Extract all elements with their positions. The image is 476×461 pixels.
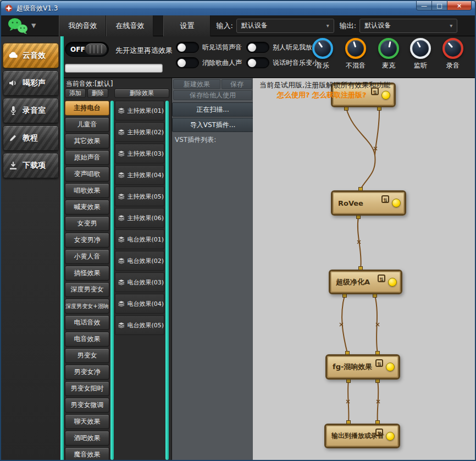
preset-item[interactable]: 主持效果(01) [115, 101, 164, 120]
preset-item[interactable]: 电台效果(02) [115, 251, 164, 271]
add-button[interactable]: 添加 [65, 89, 86, 98]
app-window: 超级音效V1.3 — □ × ▼ 我的音效 在线音效 设置 输入: 默认设备 ▾ [0, 0, 476, 461]
preset-item[interactable]: 主持效果(04) [115, 165, 164, 185]
sidebar-item-cheers[interactable]: 喝彩声 [3, 70, 59, 96]
category-item[interactable]: 魔音效果 [65, 447, 109, 460]
preset-item[interactable]: 电台效果(04) [115, 294, 164, 314]
category-item[interactable]: 喊麦效果 [65, 200, 109, 215]
swap-arrows-icon[interactable]: ⇅ [375, 429, 383, 436]
toggle-remove-vocals-switch[interactable] [176, 57, 199, 68]
effect-node-rovee[interactable]: RoVee ⇅ [331, 190, 406, 216]
node-power-led[interactable] [386, 432, 395, 441]
scanning-status-button[interactable]: 正在扫描... [172, 102, 253, 117]
category-item[interactable]: 酒吧效果 [65, 431, 109, 446]
category-item[interactable]: 女变男 [65, 216, 109, 231]
tab-my-effects[interactable]: 我的音效 [59, 15, 106, 36]
save-for-others-button[interactable]: 保存给他人使用 [173, 90, 252, 100]
minimize-button[interactable]: — [416, 1, 432, 10]
wechat-button[interactable]: ▼ [7, 17, 36, 35]
master-power-switch[interactable]: OFF [65, 42, 109, 57]
no-mix-knob-group: 不混音 [342, 38, 369, 70]
swap-arrows-icon[interactable]: ⇅ [381, 195, 389, 203]
preset-item[interactable]: 主持效果(02) [115, 122, 164, 142]
output-device-select[interactable]: 默认设备 ▾ [359, 19, 457, 33]
body: 云音效 喝彩声 录音室 教程 [1, 36, 475, 460]
category-item[interactable]: 男变女净 [65, 365, 109, 380]
node-power-led[interactable] [388, 278, 397, 287]
sidebar-item-recording-studio[interactable]: 录音室 [3, 98, 59, 123]
power-switch-grip[interactable] [85, 43, 107, 55]
save-button[interactable]: 保存 [222, 79, 252, 89]
category-item[interactable]: 女变男净 [65, 233, 109, 248]
node-power-led[interactable] [392, 199, 401, 207]
import-vst-button[interactable]: 导入VST插件... [172, 118, 253, 132]
knob-label: 音乐 [309, 61, 336, 70]
category-item[interactable]: 主持电台 [65, 101, 109, 116]
preset-item[interactable]: 电台效果(01) [115, 229, 164, 249]
tab-online-effects[interactable]: 在线音效 [106, 15, 153, 36]
delete-effect-button[interactable]: 删除效果 [114, 89, 169, 98]
register-help-link[interactable]: 怎么使用? 怎么获取注册版? [277, 90, 367, 100]
preset-label: 主持效果(06) [127, 214, 164, 222]
category-item[interactable]: 唱歌效果 [65, 183, 109, 198]
node-power-led[interactable] [386, 363, 395, 371]
monitor-knob[interactable] [410, 38, 431, 59]
category-item[interactable]: 电音效果 [65, 332, 109, 347]
category-item[interactable]: 儿童音 [65, 117, 109, 132]
mic-knob[interactable] [378, 38, 399, 59]
category-item[interactable]: 原始声音 [65, 150, 109, 165]
category-scrollbar[interactable] [110, 101, 114, 460]
category-item[interactable]: 其它效果 [65, 134, 109, 149]
effect-node-output[interactable]: 输出到播放或录音 ⇅ [324, 424, 400, 448]
chevron-down-icon: ▾ [321, 23, 329, 29]
toggle-hear-mic-switch[interactable] [176, 42, 199, 53]
category-item[interactable]: 男变女阳时 [65, 381, 109, 396]
effect-node-super-purify[interactable]: 超级净化A ⇅ [329, 270, 402, 294]
maximize-button[interactable]: □ [432, 1, 447, 10]
delete-button[interactable]: 删除 [87, 89, 108, 98]
swap-arrows-icon[interactable]: ⇅ [378, 275, 385, 282]
wechat-dropdown-icon[interactable]: ▼ [31, 22, 36, 29]
toggle-duck-music: 说话时音乐变小 [246, 57, 319, 68]
preset-label: 电台效果(02) [127, 257, 164, 265]
sidebar-item-label: 下载项 [23, 161, 46, 171]
input-device-select[interactable]: 默认设备 ▾ [236, 19, 334, 33]
category-item[interactable]: 搞怪效果 [65, 266, 109, 281]
category-item[interactable]: 男变女 [65, 348, 109, 363]
speaker-icon [8, 78, 19, 89]
category-item[interactable]: 男变女微调 [65, 398, 109, 413]
new-effect-button[interactable]: 新建效果 [173, 79, 220, 89]
close-button[interactable]: × [447, 1, 472, 10]
category-item[interactable]: 深度男变女 [65, 282, 109, 297]
preset-item[interactable]: 主持效果(06) [115, 208, 164, 228]
sidebar-item-tutorial[interactable]: 教程 [3, 125, 59, 151]
vst-panel: 新建效果 保存 保存给他人使用 正在扫描... 导入VST插件... VST插件… [171, 78, 253, 460]
category-item[interactable]: 变声唱歌 [65, 167, 109, 182]
preset-scrollbar[interactable] [165, 101, 169, 460]
category-item[interactable]: 聊天效果 [65, 414, 109, 429]
wechat-icon [7, 17, 29, 35]
preset-item[interactable]: 主持效果(05) [115, 186, 164, 206]
record-knob[interactable] [442, 38, 463, 59]
output-label: 输出: [340, 21, 356, 31]
preset-item[interactable]: 主持效果(03) [115, 144, 164, 163]
preset-item[interactable]: 电台效果(05) [115, 315, 164, 335]
node-title: fg-混响效果 [333, 356, 372, 378]
toggle-duck-music-switch[interactable] [246, 57, 269, 68]
category-item[interactable]: 电话音效 [65, 315, 109, 330]
tab-settings[interactable]: 设置 [163, 15, 211, 36]
no-mix-knob[interactable] [345, 38, 366, 59]
category-list: 主持电台 儿童音 其它效果 原始声音 变声唱歌 唱歌效果 喊麦效果 女变男 女变… [65, 101, 109, 460]
level-progress-bar[interactable] [65, 64, 163, 73]
node-power-led[interactable] [381, 91, 390, 100]
swap-arrows-icon[interactable]: ⇅ [375, 359, 383, 367]
music-knob[interactable] [312, 38, 333, 59]
preset-item[interactable]: 电台效果(03) [115, 272, 164, 292]
knob-label: 录音 [440, 61, 466, 70]
category-item[interactable]: 小黄人音 [65, 249, 109, 264]
sidebar-item-downloads[interactable]: 下载项 [3, 153, 59, 178]
category-item[interactable]: 深度男变女+混响 [65, 299, 109, 314]
toggle-others-hear-music-switch[interactable] [246, 42, 269, 53]
effect-node-reverb[interactable]: fg-混响效果 ⇅ [325, 354, 400, 380]
sidebar-item-cloud-effects[interactable]: 云音效 [3, 43, 59, 68]
